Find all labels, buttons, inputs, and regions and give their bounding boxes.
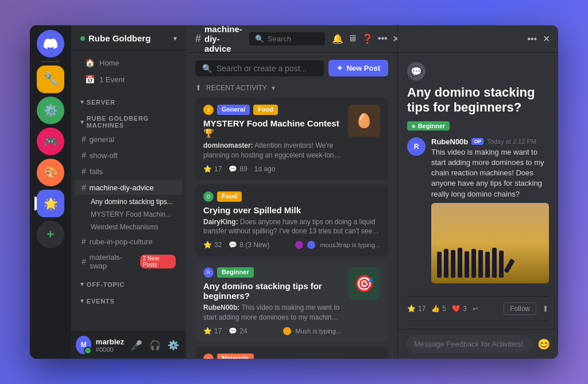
server-icon-3[interactable]: 🎮: [37, 128, 64, 155]
post-tags-weirdest: p Materials: [203, 354, 380, 359]
post-author-avatar-potato: p: [203, 354, 214, 359]
discord-home-button[interactable]: [37, 30, 64, 57]
tag-food: Food: [253, 105, 278, 115]
post-card-crying[interactable]: D Food Crying over Spilled Milk DairyKin…: [195, 185, 388, 256]
microphone-icon[interactable]: 🎤: [129, 337, 145, 353]
hash-icon: #: [82, 183, 86, 192]
thread-messages: R RubeN00b OP Today at 2:12 PM This vide…: [407, 137, 549, 329]
server-icon-1[interactable]: 🔧: [37, 66, 64, 93]
channel-item-machine-diy-advice[interactable]: # machine-diy-advice: [75, 180, 183, 195]
post-preview-domino: RubeN00b: This video is making me want t…: [203, 303, 341, 322]
forum-top-bar: 🔍 Search or create a post... ✦ New Post: [195, 60, 388, 76]
thread-stat-2: 👍 5: [431, 305, 446, 313]
tag-beginner: Beginner: [217, 267, 254, 278]
thread-icon: 💬: [407, 62, 425, 80]
search-input[interactable]: [268, 34, 319, 43]
server-name: Rube Goldberg: [80, 33, 150, 43]
hash-icon: #: [82, 257, 86, 266]
settings-icon[interactable]: ⚙️: [165, 337, 181, 353]
emoji-button[interactable]: 😊: [537, 338, 550, 351]
domino-tile: [471, 249, 476, 278]
right-panel-header: ••• ✕: [398, 25, 558, 53]
domino-tile: [465, 251, 469, 278]
server-icon-5[interactable]: 🌟: [37, 190, 64, 217]
post-author-avatar-rube: R: [203, 267, 214, 278]
section-header-events[interactable]: ▾ EVENTS: [71, 290, 186, 307]
add-server-button[interactable]: +: [37, 221, 64, 248]
forum-content: 🔍 Search or create a post... ✦ New Post …: [186, 53, 397, 359]
section-header-offtopic[interactable]: ▾ OFF-TOPIC: [71, 274, 186, 290]
msg-header-1: RubeN00b OP Today at 2:12 PM: [431, 137, 549, 146]
post-tags-crying: D Food: [203, 191, 380, 202]
forum-search[interactable]: 🔍 Search or create a post...: [195, 60, 324, 76]
bell-icon[interactable]: 🔔: [332, 33, 343, 44]
search-bar[interactable]: 🔍: [249, 32, 325, 45]
post-card-weirdest[interactable]: p Materials Weirdest Mechanisms potatoba…: [195, 347, 388, 359]
channel-item-general[interactable]: # general: [75, 132, 183, 147]
star-emoji: ⭐: [407, 305, 416, 313]
tag-dot-icon: ●: [412, 122, 416, 129]
thread-item-domino[interactable]: Any domino stacking tips...: [75, 196, 183, 208]
thread-item-mystery[interactable]: MYSTERY Food Machin...: [75, 209, 183, 220]
post-content-mystery: d General Food MYSTERY Food Machine Cont…: [203, 105, 341, 173]
post-card-mystery[interactable]: d General Food MYSTERY Food Machine Cont…: [195, 98, 388, 180]
channel-item-fails[interactable]: # fails: [75, 164, 183, 179]
section-header-rube[interactable]: ▾ RUBE GOLDBERG MACHINES: [71, 108, 186, 131]
typing-indicator-domino: Mush is typing...: [283, 327, 341, 335]
server-header[interactable]: Rube Goldberg ▾: [71, 25, 186, 51]
main-header: # machine-diy-advice 🔍 🔔 🖥 ❓ ••• ✕: [186, 25, 397, 53]
heart-emoji: ❤️: [452, 305, 461, 313]
thread-stat-1: ⭐ 17: [407, 305, 425, 313]
post-title-crying: Crying over Spilled Milk: [203, 205, 380, 215]
username: marblez: [96, 337, 124, 346]
thread-title: Any domino stacking tips for beginners?: [407, 85, 549, 116]
search-icon: 🔍: [202, 64, 212, 73]
post-thumbnail-mystery: 🥚: [348, 105, 380, 137]
new-post-button[interactable]: ✦ New Post: [328, 60, 388, 76]
post-title-mystery: MYSTERY Food Machine Contest 🏆: [203, 118, 341, 139]
more-icon[interactable]: •••: [378, 33, 388, 44]
home-icon: 🏠: [85, 58, 95, 67]
share-icon[interactable]: ⬆: [542, 304, 549, 313]
post-footer-crying: ⭐ 32 💬 8 (3 New) mous3trap is typing...: [203, 241, 380, 249]
help-icon[interactable]: ❓: [362, 33, 373, 44]
falling-domino: [504, 258, 514, 273]
thread-message-input[interactable]: [406, 335, 533, 353]
thread-stat-share: ↩: [473, 305, 478, 313]
channel-item-materials-swap[interactable]: # materials-swap 2 New Posts: [75, 250, 183, 273]
post-author-avatar: d: [203, 105, 214, 115]
sidebar-item-home[interactable]: 🏠 Home: [76, 55, 181, 71]
thread-tag-badge: ● Beginner: [407, 121, 450, 130]
post-card-domino[interactable]: R Beginner Any domino stacking tips for …: [195, 260, 388, 342]
domino-tile: [444, 249, 448, 278]
thread-item-weirdest[interactable]: Weirdest Mechanisms: [75, 221, 183, 233]
channel-item-show-off[interactable]: # show-off: [75, 148, 183, 163]
server-icon-2[interactable]: ⚙️: [37, 97, 64, 124]
right-panel: ••• ✕ 💬 Any domino stacking tips for beg…: [397, 25, 558, 359]
user-info: marblez #0000: [96, 337, 124, 353]
thread-message-1: R RubeN00b OP Today at 2:12 PM This vide…: [407, 137, 549, 283]
section-header-server[interactable]: ▾ SERVER: [71, 91, 186, 108]
user-avatar: M: [76, 336, 91, 354]
msg-badge-1: OP: [471, 138, 483, 145]
post-title-domino: Any domino stacking tips for beginners?: [203, 281, 341, 301]
chevron-down-icon: ▾: [173, 34, 177, 43]
msg-image-domino: [431, 203, 549, 283]
tag-general: General: [217, 105, 250, 115]
headphone-icon[interactable]: 🎧: [147, 337, 163, 353]
screen-icon[interactable]: 🖥: [348, 33, 357, 44]
sidebar-item-events[interactable]: 📅 1 Event: [76, 71, 181, 87]
server-icons-sidebar: 🔧 ⚙️ 🎮 🎨 🌟 +: [30, 25, 71, 359]
thumbs-emoji: 👍: [431, 305, 440, 313]
follow-button[interactable]: Follow: [504, 302, 536, 315]
more-options-icon[interactable]: •••: [527, 34, 537, 44]
post-thumbnail-domino: 🎯: [348, 267, 380, 299]
post-content-crying: D Food Crying over Spilled Milk DairyKin…: [203, 191, 380, 249]
close-panel-icon[interactable]: ✕: [543, 33, 550, 44]
server-icon-4[interactable]: 🎨: [37, 159, 64, 186]
activity-icon: ⬆: [195, 83, 202, 92]
post-stat-replies-d: 💬 24: [229, 327, 247, 335]
post-stat-stars: ⭐ 17: [203, 165, 222, 173]
post-tags-mystery: d General Food: [203, 105, 341, 115]
channel-item-rube-pop[interactable]: # rube-in-pop-culture: [75, 234, 183, 249]
